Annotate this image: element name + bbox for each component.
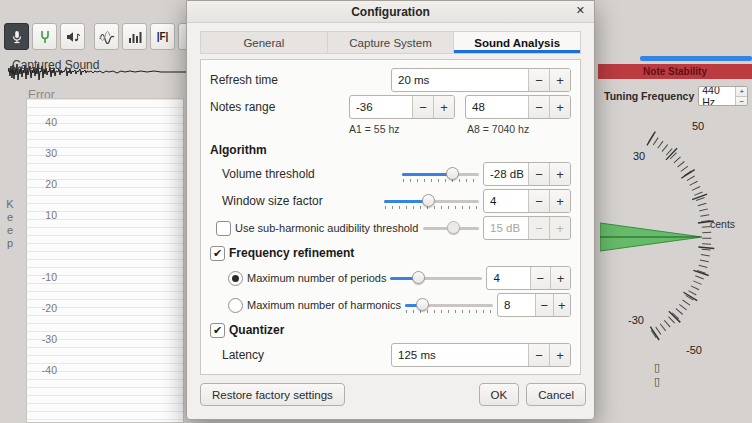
tuning-frequency-spinbox[interactable]: 440 Hz + − — [698, 86, 748, 106]
max-periods-increase-button[interactable]: + — [550, 267, 570, 289]
window-size-factor-value[interactable]: 4 — [484, 190, 528, 212]
volume-threshold-decrease-button[interactable]: − — [528, 163, 549, 185]
slider-handle[interactable] — [446, 167, 459, 180]
ok-button[interactable]: OK — [479, 383, 520, 406]
volume-threshold-spinbox[interactable]: -28 dB − + — [483, 162, 571, 186]
latency-decrease-button[interactable]: − — [528, 344, 549, 366]
max-periods-row: Maximum number of periods 4 − + — [210, 266, 571, 290]
notes-range-max-value[interactable]: 48 — [466, 96, 528, 118]
tuning-frequency-value[interactable]: 440 Hz — [699, 87, 735, 105]
notes-range-min-increase-button[interactable]: + — [433, 96, 454, 118]
window-size-factor-label: Window size factor — [222, 194, 323, 208]
refresh-time-decrease-button[interactable]: − — [528, 69, 549, 91]
max-harmonics-decrease-button[interactable]: − — [535, 294, 552, 316]
refresh-time-value[interactable]: 20 ms — [392, 69, 528, 91]
tab-general[interactable]: General — [201, 32, 328, 53]
gauge-label-plus30: 30 — [633, 150, 645, 162]
tuning-frequency-spin-buttons: + − — [735, 87, 747, 105]
tuning-frequency-decrease-button[interactable]: − — [736, 97, 747, 106]
notes-range-min-value[interactable]: -36 — [350, 96, 412, 118]
tuning-fork-button[interactable] — [32, 23, 57, 50]
latency-label: Latency — [222, 348, 264, 362]
notes-range-max-spinbox[interactable]: 48 − + — [465, 95, 571, 119]
check-icon: ✔ — [213, 324, 222, 337]
slider-handle[interactable] — [422, 194, 435, 207]
frequency-refinement-checkbox[interactable]: ✔ — [210, 246, 225, 261]
refresh-time-label: Refresh time — [210, 73, 278, 87]
cents-gauge: 50 30 -30 -50 cents ▯ ▯ — [600, 110, 752, 423]
slider-fill — [384, 200, 426, 203]
dialog-title: Configuration — [351, 5, 430, 19]
max-periods-slider[interactable] — [390, 269, 482, 287]
max-periods-radio[interactable] — [228, 271, 243, 286]
window-size-factor-spinbox[interactable]: 4 − + — [483, 189, 571, 213]
speaker-icon — [65, 29, 81, 45]
waveform-view-button[interactable] — [94, 23, 119, 50]
slider-handle[interactable] — [416, 298, 429, 311]
quantizer-checkbox[interactable]: ✔ — [210, 323, 225, 338]
subharmonic-checkbox[interactable] — [216, 221, 231, 236]
notes-range-max-decrease-button[interactable]: − — [528, 96, 549, 118]
max-periods-value[interactable]: 4 — [487, 267, 529, 289]
refresh-time-spinbox[interactable]: 20 ms − + — [391, 68, 571, 92]
max-harmonics-radio[interactable] — [228, 298, 243, 313]
input-volume-slider[interactable] — [640, 56, 752, 61]
subharmonic-slider[interactable] — [423, 219, 479, 237]
quantizer-header: Quantizer — [229, 323, 284, 337]
dialog-footer: Restore factory settings OK Cancel — [200, 383, 586, 406]
volume-threshold-value[interactable]: -28 dB — [484, 163, 528, 185]
cents-gauge-dial — [600, 110, 752, 423]
tuning-frequency-increase-button[interactable]: + — [736, 87, 747, 97]
window-size-factor-increase-button[interactable]: + — [549, 190, 570, 212]
notes-range-min-spinbox[interactable]: -36 − + — [349, 95, 455, 119]
microphone-button[interactable] — [4, 23, 29, 50]
volume-threshold-row: Volume threshold -28 dB − + — [210, 162, 571, 186]
window-size-factor-decrease-button[interactable]: − — [528, 190, 549, 212]
notes-range-min-caption: A1 = 55 hz — [345, 123, 453, 135]
close-icon[interactable]: ✕ — [576, 4, 585, 17]
slider-ticks — [403, 179, 478, 182]
max-periods-label: Maximum number of periods — [247, 272, 386, 284]
subharmonic-increase-button[interactable]: + — [549, 217, 570, 239]
fourier-view-button[interactable]: |F| — [150, 23, 175, 50]
max-harmonics-value[interactable]: 8 — [498, 294, 535, 316]
refresh-time-row: Refresh time 20 ms − + — [210, 68, 571, 92]
tab-capture-system[interactable]: Capture System — [328, 32, 455, 53]
error-scale-label: 40 — [33, 116, 57, 128]
restore-factory-settings-button[interactable]: Restore factory settings — [200, 383, 345, 406]
subharmonic-spinbox[interactable]: 15 dB − + — [483, 216, 571, 240]
window-size-factor-slider[interactable] — [384, 192, 479, 210]
tab-sound-analysis[interactable]: Sound Analysis — [454, 32, 580, 53]
gauge-label-minus50: -50 — [686, 344, 702, 356]
notes-range-min-decrease-button[interactable]: − — [412, 96, 433, 118]
toolbar: |F| μ — [4, 23, 206, 50]
dialog-titlebar[interactable]: Configuration ✕ — [187, 1, 594, 23]
slider-ticks — [385, 206, 478, 209]
subharmonic-value[interactable]: 15 dB — [484, 217, 528, 239]
volume-threshold-slider[interactable] — [402, 165, 479, 183]
max-periods-decrease-button[interactable]: − — [530, 267, 550, 289]
latency-row: Latency 125 ms − + — [210, 343, 571, 367]
max-harmonics-slider[interactable] — [405, 296, 493, 314]
max-harmonics-spinbox[interactable]: 8 − + — [497, 293, 571, 317]
latency-increase-button[interactable]: + — [549, 344, 570, 366]
tuning-frequency-row: Tuning Frequency 440 Hz + − — [604, 85, 750, 107]
notes-range-max-increase-button[interactable]: + — [549, 96, 570, 118]
slider-handle[interactable] — [447, 221, 460, 234]
max-periods-spinbox[interactable]: 4 − + — [486, 266, 571, 290]
max-harmonics-increase-button[interactable]: + — [553, 294, 570, 316]
latency-spinbox[interactable]: 125 ms − + — [391, 343, 571, 367]
refresh-time-increase-button[interactable]: + — [549, 69, 570, 91]
cancel-button[interactable]: Cancel — [526, 383, 586, 406]
subharmonic-row: Use sub-harmonic audibility threshold 15… — [210, 216, 571, 240]
histogram-view-button[interactable] — [122, 23, 147, 50]
latency-value[interactable]: 125 ms — [392, 344, 528, 366]
window-size-factor-row: Window size factor 4 − + — [210, 189, 571, 213]
algorithm-header: Algorithm — [210, 143, 267, 157]
error-scale-label: -10 — [33, 271, 57, 283]
subharmonic-decrease-button[interactable]: − — [528, 217, 549, 239]
volume-threshold-increase-button[interactable]: + — [549, 163, 570, 185]
speaker-button[interactable] — [60, 23, 85, 50]
error-scale-label: 30 — [33, 147, 57, 159]
slider-handle[interactable] — [412, 271, 425, 284]
